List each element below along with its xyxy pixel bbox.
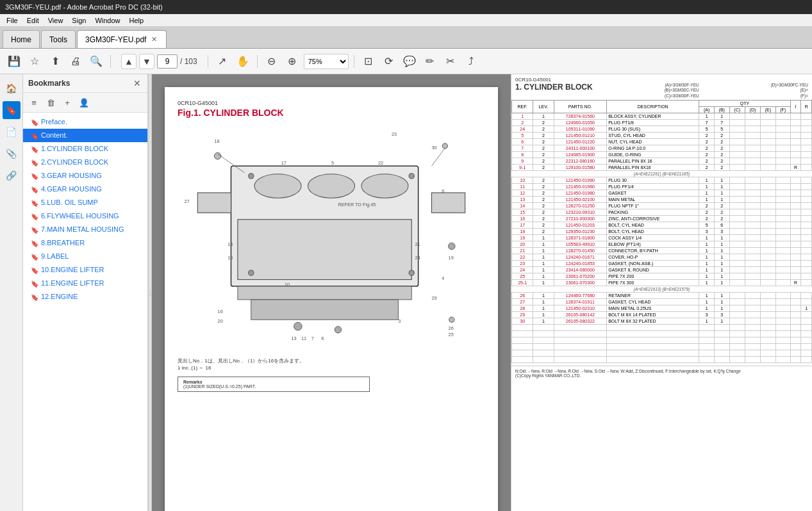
page-number-input[interactable] xyxy=(157,54,178,69)
pdf-viewer[interactable]: 0CR10-G45001 Fig.1. CYLINDER BLOCK xyxy=(152,74,511,511)
svg-point-6 xyxy=(409,174,414,179)
bm-add-button[interactable]: + xyxy=(60,95,74,110)
bookmark-item-preface[interactable]: 🔖 Preface. xyxy=(23,115,147,129)
table-cell: STUD, CYL HEAD xyxy=(607,133,699,139)
table-cell xyxy=(761,152,776,158)
page-next-button[interactable]: ▼ xyxy=(139,54,154,69)
table-cell: PLUG PF1/4 xyxy=(607,184,699,190)
table-cell: 121450-01990 xyxy=(554,177,607,184)
bookmarks-close-button[interactable]: ✕ xyxy=(132,78,142,88)
table-cell: 2 xyxy=(714,145,729,152)
table-row: 82124085-01900GUIDE, O-RING22 xyxy=(512,152,812,158)
table-cell xyxy=(801,267,812,273)
table-cell: 1 xyxy=(533,241,554,248)
print-button[interactable]: 🖨 xyxy=(67,53,85,70)
select-tool-button[interactable]: ↗ xyxy=(213,53,231,70)
bm-expand-button[interactable]: ≡ xyxy=(27,95,41,110)
table-row-empty xyxy=(512,325,812,331)
table-cell xyxy=(761,261,776,267)
bm-delete-button[interactable]: 🗑 xyxy=(44,95,58,110)
bookmark-item-5[interactable]: 🔖 5.LUB. OIL SUMP xyxy=(23,196,147,209)
hand-tool-button[interactable]: ✋ xyxy=(234,53,252,70)
menu-edit[interactable]: Edit xyxy=(23,15,43,26)
table-cell xyxy=(775,273,790,280)
table-cell xyxy=(801,261,812,267)
page-prev-button[interactable]: ▲ xyxy=(121,54,137,69)
bookmark-item-1[interactable]: 🔖 1.CYLINDER BLOCK xyxy=(23,142,147,156)
share2-button[interactable]: ⤴ xyxy=(462,53,480,70)
table-cell: 1 xyxy=(533,273,554,280)
sidebar-attachments-button[interactable]: 📎 xyxy=(3,145,21,163)
table-cell: 30 xyxy=(512,318,533,325)
bookmark-item-11[interactable]: 🔖 11.ENGINE LIFTER xyxy=(23,277,147,290)
col-f: (F) xyxy=(775,107,790,113)
fit-page-button[interactable]: ⊡ xyxy=(360,53,377,70)
bm-find-button[interactable]: 👤 xyxy=(77,95,91,110)
table-cell xyxy=(790,254,801,261)
bookmark-item-3[interactable]: 🔖 3.GEAR HOUSING xyxy=(23,169,147,182)
table-cell xyxy=(801,280,812,286)
table-cell xyxy=(745,120,760,126)
table-cell xyxy=(775,120,790,126)
table-cell xyxy=(729,113,745,120)
save-button[interactable]: 💾 xyxy=(5,53,23,70)
bookmark-item-content[interactable]: 🔖 Content. xyxy=(23,129,147,142)
svg-text:14: 14 xyxy=(228,241,233,247)
table-cell xyxy=(745,197,760,203)
table-cell xyxy=(790,152,801,158)
table-row: 211128270-01450CONNECTOR, BY-PATH11 xyxy=(512,248,812,254)
tab-close-icon[interactable]: ✕ xyxy=(150,35,158,44)
table-cell: 1 xyxy=(714,254,729,261)
bookmark-item-12[interactable]: 🔖 12.ENGINE xyxy=(23,290,147,304)
sidebar-bookmarks-button[interactable]: 🔖 xyxy=(3,101,21,119)
table-cell xyxy=(801,120,812,126)
table-cell: 1 xyxy=(533,293,554,299)
sidebar-home-button[interactable]: 🏠 xyxy=(3,79,21,97)
redact-button[interactable]: ✂ xyxy=(442,53,460,70)
bookmark-icon-4: 🔖 xyxy=(31,186,38,194)
table-cell: PLUG 30 xyxy=(607,177,699,184)
table-cell xyxy=(801,197,812,203)
menu-sign[interactable]: Sign xyxy=(68,15,90,26)
table-cell xyxy=(761,126,776,133)
zoom-select[interactable]: 50% 75% 100% 125% 150% xyxy=(304,54,349,69)
table-cell: NUT, CYL HEAD xyxy=(607,139,699,145)
zoom-out-button[interactable]: ⊖ xyxy=(263,53,281,70)
table-cell: 6 xyxy=(512,139,533,145)
find-button[interactable]: 🔍 xyxy=(87,53,105,70)
bookmark-item-6[interactable]: 🔖 6.FLYWHEEL HOUSING xyxy=(23,209,147,223)
bookmark-button[interactable]: ☆ xyxy=(26,53,44,70)
tab-pdf[interactable]: 3GM30F-YEU.pdf ✕ xyxy=(77,30,167,48)
highlight-button[interactable]: ✏ xyxy=(421,53,439,70)
bookmark-item-2[interactable]: 🔖 2.CYLINDER BLOCK xyxy=(23,156,147,169)
svg-text:11: 11 xyxy=(301,336,306,341)
table-cell: 1 xyxy=(699,177,715,184)
table-cell: 20 xyxy=(512,241,533,248)
table-cell xyxy=(729,158,745,165)
svg-point-42 xyxy=(449,317,454,322)
table-cell: PARALLEL PIN 8X16 xyxy=(607,165,699,171)
table-row: 172121450-01203BOLT, CYL HEAD56 xyxy=(512,222,812,229)
share-button[interactable]: ⬆ xyxy=(46,53,64,70)
sidebar-links-button[interactable]: 🔗 xyxy=(3,166,21,184)
comment-button[interactable]: 💬 xyxy=(401,53,418,70)
tab-tools[interactable]: Tools xyxy=(41,30,76,48)
tab-home-label: Home xyxy=(11,35,31,44)
menu-window[interactable]: Window xyxy=(91,15,124,26)
sidebar-pages-button[interactable]: 📄 xyxy=(3,123,21,141)
zoom-in-button[interactable]: ⊕ xyxy=(283,53,301,70)
menu-file[interactable]: File xyxy=(3,15,22,26)
bookmark-item-4[interactable]: 🔖 4.GEAR HOUSING xyxy=(23,182,147,196)
sidebar-icons: 🏠 🔖 📄 📎 🔗 xyxy=(0,74,23,511)
bookmark-item-10[interactable]: 🔖 10.ENGINE LIFTER xyxy=(23,263,147,277)
bookmark-item-9[interactable]: 🔖 9.LABEL xyxy=(23,250,147,263)
rotate-button[interactable]: ⟳ xyxy=(380,53,398,70)
menu-view[interactable]: View xyxy=(44,15,67,26)
menu-help[interactable]: Help xyxy=(126,15,148,26)
table-cell: 1 xyxy=(699,197,715,203)
bookmark-label-3: 3.GEAR HOUSING xyxy=(41,171,142,180)
bookmark-item-8[interactable]: 🔖 8.BREATHER xyxy=(23,236,147,250)
table-cell: 2 xyxy=(533,152,554,158)
bookmark-item-7[interactable]: 🔖 7.MAIN METAL HOUSING xyxy=(23,223,147,236)
tab-home[interactable]: Home xyxy=(3,30,40,48)
